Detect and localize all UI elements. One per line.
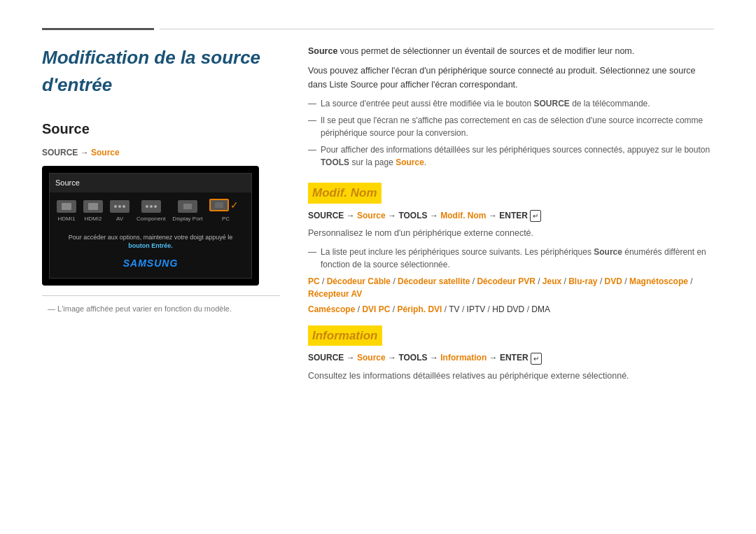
tv-icon-displayport: Display Port: [172, 200, 202, 223]
slash-9: /: [355, 304, 362, 314]
device-tv: TV: [449, 304, 459, 314]
modif-nav-arrow2: →: [388, 211, 398, 220]
device-jeux: Jeux: [542, 276, 561, 286]
tv-icon-label-av: AV: [116, 215, 123, 223]
tv-message-text: Pour accéder aux options, maintenez votr…: [50, 226, 251, 253]
page-container: Modification de la source d'entrée Sourc…: [0, 0, 756, 534]
footnote-text: — L'image affichée peut varier en foncti…: [42, 303, 280, 315]
page-title: Modification de la source d'entrée: [42, 44, 280, 99]
tv-icon-box-hdmi1: [57, 200, 76, 213]
slash-8: /: [688, 276, 693, 286]
modif-nom-dash: La liste peut inclure les périphériques …: [308, 246, 714, 271]
device-links-row2: Caméscope / DVI PC / Périph. DVI / TV / …: [308, 303, 714, 316]
samsung-text: SAMSUNG: [123, 258, 178, 269]
tv-icon-box-pc: [209, 199, 229, 211]
device-recepteur-av: Récepteur AV: [308, 289, 362, 299]
tv-icon-label-component: Component: [136, 215, 165, 223]
nav-source-label: SOURCE: [42, 148, 78, 157]
modif-nav-source-link: Source: [357, 211, 386, 220]
device-decodeur-pvr: Décodeur PVR: [477, 276, 535, 286]
tv-icon-hdmi1: HDMI1: [57, 200, 76, 223]
modif-nav-arrow1: →: [346, 211, 357, 220]
info-nav-arrow2: →: [388, 353, 398, 363]
slash-2: /: [391, 276, 398, 286]
source-bold-1: SOURCE: [533, 99, 569, 108]
intro-source-bold: Source: [308, 46, 337, 56]
rule-right: [160, 29, 714, 29]
modif-nom-dash-text: La liste peut inclure les périphériques …: [321, 246, 714, 271]
modif-nom-section: Modif. Nom SOURCE → Source → TOOLS → Mod…: [308, 173, 714, 316]
slash-5: /: [561, 276, 568, 286]
source-nav-path: SOURCE → Source: [42, 146, 280, 159]
info-nav-arrow4: →: [489, 353, 500, 363]
device-dma: DMA: [531, 304, 550, 314]
section-source-title: Source: [42, 118, 280, 139]
tv-icon-box-av: [110, 200, 130, 213]
slash-4: /: [536, 276, 542, 286]
modif-nom-nav: SOURCE → Source → TOOLS → Modif. Nom → E…: [308, 209, 714, 222]
information-body: Consultez les informations détaillées re…: [308, 369, 714, 383]
slash-13: /: [485, 304, 492, 314]
modif-nav-arrow4: →: [489, 211, 499, 220]
info-nav-tools: TOOLS: [398, 353, 427, 363]
slash-7: /: [622, 276, 629, 286]
information-heading: Information: [308, 325, 382, 346]
right-column: Source vous permet de sélectionner un év…: [308, 44, 714, 388]
intro-text-1: vous permet de sélectionner un éventail …: [337, 46, 634, 56]
left-column: Modification de la source d'entrée Sourc…: [42, 44, 280, 388]
slash-3: /: [470, 276, 477, 286]
information-section: Information SOURCE → Source → TOOLS → In…: [308, 316, 714, 383]
device-hd-dvd: HD DVD: [492, 304, 524, 314]
tv-icon-label-pc: PC: [222, 215, 230, 223]
dash-item-1-text: La source d'entrée peut aussi être modif…: [321, 97, 650, 110]
tv-top-bar: Source: [50, 174, 251, 192]
dash-item-2-text: Il se peut que l'écran ne s'affiche pas …: [321, 114, 714, 139]
source-link-dash3: Source: [396, 157, 424, 167]
modif-nav-enter: ENTER: [499, 211, 528, 220]
source-bold-modif: Source: [594, 247, 622, 257]
tv-icon-label-displayport: Display Port: [172, 215, 202, 223]
tv-checkmark-icon: ✓: [230, 198, 241, 213]
dash-item-1: La source d'entrée peut aussi être modif…: [308, 97, 714, 110]
modif-nav-tools: TOOLS: [398, 211, 427, 220]
dash-item-3-text: Pour afficher des informations détaillée…: [321, 143, 714, 169]
tv-samsung-logo: SAMSUNG: [50, 253, 251, 278]
device-iptv: IPTV: [467, 304, 486, 314]
modif-nom-body: Personnalisez le nom d'un périphérique e…: [308, 226, 714, 240]
enter-icon-modif: ↵: [530, 210, 541, 222]
tv-message-highlight: bouton Entrée.: [128, 242, 173, 249]
dash-item-3: Pour afficher des informations détaillée…: [308, 143, 714, 169]
modif-nav-modif-nom: Modif. Nom: [440, 211, 486, 220]
device-decodeur-satellite: Décodeur satellite: [398, 276, 470, 286]
info-nav-source-label: SOURCE: [308, 353, 344, 363]
tv-icon-label-hdmi2: HDMI2: [85, 215, 102, 223]
tools-bold: TOOLS: [321, 157, 349, 167]
device-camescope: Caméscope: [308, 304, 355, 314]
device-periph-dvi: Périph. DVI: [397, 304, 442, 314]
tv-icons-row: HDMI1 HDMI2: [50, 192, 251, 226]
device-decodeur-cable: Décodeur Câble: [327, 276, 391, 286]
tv-icon-box-displayport: [178, 200, 197, 213]
dash-item-2: Il se peut que l'écran ne s'affiche pas …: [308, 114, 714, 139]
slash-1: /: [320, 276, 327, 286]
tv-icon-box-component: [141, 200, 161, 213]
tv-icon-av: AV: [110, 200, 130, 223]
tv-icon-box-hdmi2: [83, 200, 103, 213]
slash-11: /: [442, 304, 449, 314]
enter-icon-info: ↵: [531, 353, 542, 365]
separator-line: [42, 295, 280, 296]
tv-screen-inner: Source HDMI1: [49, 173, 252, 279]
slash-14: /: [524, 304, 531, 314]
device-magnetoscope: Magnétoscope: [629, 276, 688, 286]
modif-nav-source-label: SOURCE: [308, 211, 344, 220]
info-nav-information: Information: [440, 353, 486, 363]
tv-icon-hdmi2: HDMI2: [83, 200, 103, 223]
intro-paragraph-2: Vous pouvez afficher l'écran d'un périph…: [308, 64, 714, 92]
information-nav: SOURCE → Source → TOOLS → Information → …: [308, 351, 714, 364]
tv-icon-label-hdmi1: HDMI1: [58, 215, 76, 223]
main-content: Modification de la source d'entrée Sourc…: [42, 44, 714, 388]
intro-paragraph-1: Source vous permet de sélectionner un év…: [308, 44, 714, 58]
device-dvd: DVD: [605, 276, 622, 286]
device-pc: PC: [308, 276, 320, 286]
nav-arrow: →: [80, 148, 91, 157]
